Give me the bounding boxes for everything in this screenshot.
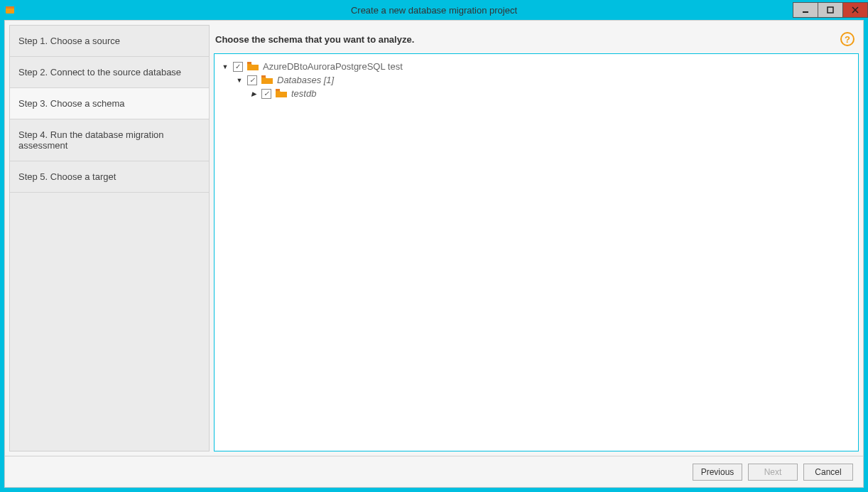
step-5[interactable]: Step 5. Choose a target [10, 161, 209, 193]
help-icon[interactable]: ? [840, 32, 855, 46]
main-row: Step 1. Choose a source Step 2. Connect … [5, 21, 863, 456]
svg-rect-8 [276, 89, 280, 91]
svg-rect-7 [261, 75, 266, 77]
pane-title: Choose the schema that you want to analy… [215, 34, 840, 45]
schema-tree: ▼ ✓ AzureDBtoAuroraPostgreSQL test ▼ ✓ D… [214, 53, 859, 451]
svg-rect-1 [6, 6, 14, 9]
right-pane: Choose the schema that you want to analy… [214, 25, 859, 451]
window-title: Create a new database migration project [0, 5, 868, 16]
svg-rect-6 [247, 62, 251, 64]
minimize-button[interactable] [793, 2, 818, 18]
folder-icon [261, 75, 273, 85]
tree-node-label[interactable]: testdb [291, 88, 316, 99]
checkbox[interactable]: ✓ [247, 75, 257, 85]
tree-node-label[interactable]: AzureDBtoAuroraPostgreSQL test [263, 61, 403, 72]
tree-row-testdb: ▶ ✓ testdb [222, 87, 851, 100]
tree-node-label[interactable]: Databases [1] [277, 75, 334, 85]
expander-icon[interactable]: ▼ [236, 77, 243, 84]
expander-icon[interactable]: ▼ [222, 63, 229, 70]
tree-row-databases: ▼ ✓ Databases [1] [222, 73, 851, 87]
svg-rect-3 [828, 7, 833, 13]
step-1[interactable]: Step 1. Choose a source [10, 26, 209, 57]
step-3[interactable]: Step 3. Choose a schema [10, 88, 209, 119]
dialog-body: Step 1. Choose a source Step 2. Connect … [4, 20, 864, 488]
folder-icon [276, 89, 287, 98]
pane-header: Choose the schema that you want to analy… [214, 25, 859, 53]
dialog-footer: Previous Next Cancel [5, 456, 863, 487]
wizard-steps-sidebar: Step 1. Choose a source Step 2. Connect … [9, 25, 210, 451]
checkbox[interactable]: ✓ [261, 89, 271, 99]
close-button[interactable] [842, 2, 868, 18]
folder-icon [247, 62, 259, 71]
cancel-button[interactable]: Cancel [803, 464, 853, 481]
expander-icon[interactable]: ▶ [250, 90, 257, 97]
next-button[interactable]: Next [748, 464, 798, 481]
step-2[interactable]: Step 2. Connect to the source database [10, 57, 209, 88]
tree-row-root: ▼ ✓ AzureDBtoAuroraPostgreSQL test [222, 60, 851, 73]
window-controls [793, 2, 868, 18]
titlebar: Create a new database migration project [0, 0, 868, 20]
previous-button[interactable]: Previous [693, 464, 742, 481]
app-icon [4, 4, 16, 16]
maximize-button[interactable] [818, 2, 843, 18]
checkbox[interactable]: ✓ [233, 62, 243, 72]
step-4[interactable]: Step 4. Run the database migration asses… [10, 119, 209, 161]
